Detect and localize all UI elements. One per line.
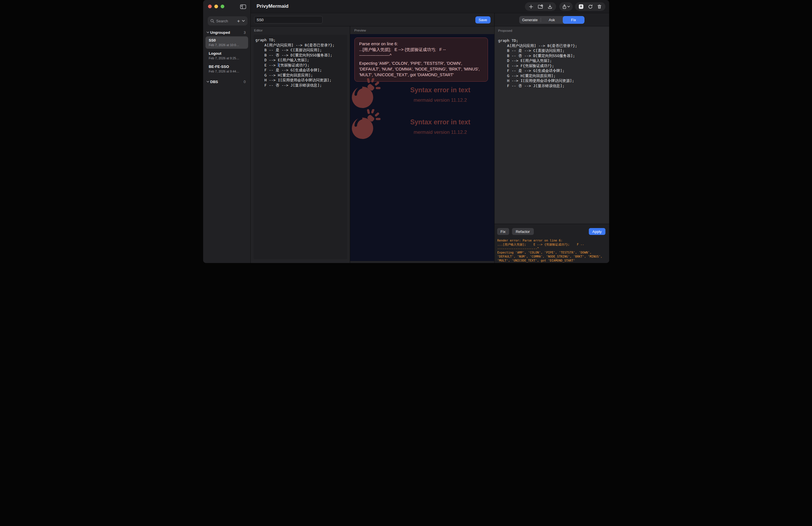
code-editor[interactable]: graph TD; A[用户访问应用] --> B{是否已登录?}; B -- … bbox=[253, 35, 347, 259]
sidebar-toggle-icon[interactable] bbox=[240, 4, 247, 10]
sidebar: + Ungrouped 3 SS0Feb 7, 2026 at 10:0…Log… bbox=[203, 0, 251, 263]
chevron-down-icon bbox=[567, 6, 570, 8]
document-bar: Save bbox=[251, 13, 494, 26]
trash-icon[interactable] bbox=[596, 4, 602, 9]
mode-segmented-control: Generate Ask Fix bbox=[519, 16, 584, 24]
preview-pane: Preview Parse error on line 6: ...[用户输入凭… bbox=[350, 26, 494, 263]
code-line: F -- 否 --> J[显示错误信息]; bbox=[256, 83, 345, 88]
apply-button[interactable]: Apply bbox=[589, 228, 606, 235]
code-line: F -- 是 --> G[生成会话令牌]; bbox=[498, 68, 608, 73]
sidebar-group-dbs[interactable]: DBS 0 bbox=[205, 78, 248, 86]
close-window-button[interactable] bbox=[208, 4, 212, 8]
code-line: H --> I[应用使用会话令牌访问资源]; bbox=[256, 78, 345, 83]
mermaid-version-text: mermaid version 11.12.2 bbox=[393, 130, 488, 135]
tab-generate[interactable]: Generate bbox=[519, 16, 541, 24]
list-item[interactable]: BE-FE-SSOFeb 7, 2026 at 9:44… bbox=[205, 63, 248, 75]
title-bar: PrivyMermaid bbox=[251, 0, 609, 13]
diagram-name-input[interactable] bbox=[254, 16, 323, 24]
code-line: G --> H[重定向回原应用]; bbox=[498, 73, 608, 78]
item-title: BE-FE-SSO bbox=[209, 64, 245, 69]
toolbar-group-actions bbox=[575, 2, 606, 11]
code-line: B -- 是 --> C[直接访问应用]; bbox=[256, 47, 345, 53]
refactor-button[interactable]: Refactor bbox=[512, 228, 534, 235]
sidebar-item-list: SS0Feb 7, 2026 at 10:0…LogoutFeb 7, 2026… bbox=[205, 36, 248, 75]
error-context: ...[用户输入凭据]; E --> {凭据验证成功?}; F -- bbox=[359, 47, 483, 53]
toolbar-group-share bbox=[559, 2, 573, 11]
list-item[interactable]: SS0Feb 7, 2026 at 10:0… bbox=[205, 36, 248, 49]
assistant-footer: Fix Refactor Apply Render error: Parse e… bbox=[494, 224, 609, 263]
code-line: graph TD; bbox=[256, 38, 345, 43]
bomb-icon bbox=[351, 78, 382, 109]
code-line: graph TD; bbox=[498, 38, 608, 43]
item-title: Logout bbox=[209, 51, 245, 56]
sidebar-list: Ungrouped 3 SS0Feb 7, 2026 at 10:0…Logou… bbox=[205, 29, 248, 86]
refresh-button[interactable] bbox=[588, 4, 593, 9]
search-input[interactable] bbox=[216, 19, 237, 23]
proposed-code: graph TD; A[用户访问应用] --> B{是否已登录?}; B -- … bbox=[498, 38, 608, 88]
render-error-line: Expecting 'AMP', 'COLON', 'PIPE', 'TESTS… bbox=[497, 250, 607, 254]
add-diagram-icon[interactable]: + bbox=[237, 19, 240, 24]
sidebar-group-ungrouped[interactable]: Ungrouped 3 bbox=[205, 29, 248, 36]
editor-pane: Editor graph TD; A[用户访问应用] --> B{是否已登录?}… bbox=[251, 26, 350, 263]
render-error-line: ----------------------^ bbox=[497, 246, 607, 250]
tab-ask[interactable]: Ask bbox=[541, 16, 563, 24]
render-error-text: Render error: Parse error on line 6:...[… bbox=[497, 238, 607, 262]
tab-fix[interactable]: Fix bbox=[563, 16, 584, 24]
syntax-error-title: Syntax error in text bbox=[393, 118, 488, 126]
chevron-down-icon bbox=[206, 31, 209, 33]
assistant-panel: Generate Ask Fix Proposed graph TD; A[用户… bbox=[494, 13, 609, 263]
item-date: Feb 7, 2026 at 9:44… bbox=[209, 70, 245, 73]
proposed-header: Proposed bbox=[498, 29, 512, 32]
item-date: Feb 7, 2026 at 9:25… bbox=[209, 56, 245, 60]
fix-button[interactable]: Fix bbox=[497, 228, 509, 235]
download-button[interactable] bbox=[547, 4, 553, 9]
app-window: + Ungrouped 3 SS0Feb 7, 2026 at 10:0…Log… bbox=[203, 0, 609, 263]
minimize-window-button[interactable] bbox=[214, 4, 218, 8]
search-field[interactable]: + bbox=[208, 16, 248, 26]
code-line: B -- 否 --> D[重定向到SSO服务器]; bbox=[498, 53, 608, 58]
bomb-icon bbox=[351, 109, 382, 140]
code-line: B -- 否 --> D[重定向到SSO服务器]; bbox=[256, 53, 345, 58]
code-line: E --> {凭据验证成功?}; bbox=[256, 63, 345, 68]
error-expecting: Expecting 'AMP', 'COLON', 'PIPE', 'TESTS… bbox=[359, 60, 483, 78]
share-button[interactable] bbox=[562, 4, 570, 9]
code-line: H --> I[应用使用会话令牌访问资源]; bbox=[498, 78, 608, 83]
assistant-header: Generate Ask Fix bbox=[494, 13, 609, 26]
assistant-body: Proposed graph TD; A[用户访问应用] --> B{是否已登录… bbox=[494, 26, 609, 263]
item-title: SS0 bbox=[209, 38, 245, 42]
add-button[interactable] bbox=[528, 4, 534, 9]
editor-header: Editor bbox=[254, 29, 263, 32]
render-error-line: 'DEFAULT', 'NUM', 'COMMA', 'NODE_STRING'… bbox=[497, 254, 607, 259]
zoom-window-button[interactable] bbox=[221, 4, 224, 8]
preview-canvas: Parse error on line 6: ...[用户输入凭据]; E --… bbox=[350, 34, 494, 261]
window-controls bbox=[208, 4, 224, 8]
parse-error-box: Parse error on line 6: ...[用户输入凭据]; E --… bbox=[354, 38, 488, 82]
toolbar-group-create bbox=[525, 2, 556, 11]
search-icon bbox=[210, 19, 214, 23]
group-count: 0 bbox=[244, 79, 247, 84]
code-line: F -- 否 --> J[显示错误信息]; bbox=[498, 83, 608, 89]
save-to-disk-button[interactable] bbox=[578, 4, 584, 9]
code-line: B -- 是 --> C[直接访问应用]; bbox=[498, 48, 608, 53]
code-line: A[用户访问应用] --> B{是否已登录?}; bbox=[498, 43, 608, 48]
code-line: G --> H[重定向回原应用]; bbox=[256, 73, 345, 78]
render-error-line: Render error: Parse error on line 6: bbox=[497, 238, 607, 243]
editor-code[interactable]: graph TD; A[用户访问应用] --> B{是否已登录?}; B -- … bbox=[256, 38, 345, 88]
preview-header: Preview bbox=[354, 29, 366, 32]
new-folder-button[interactable] bbox=[537, 4, 544, 9]
chevron-down-icon bbox=[206, 81, 209, 83]
app-title: PrivyMermaid bbox=[257, 3, 289, 9]
error-title: Parse error on line 6: bbox=[359, 41, 483, 47]
code-line: D --> E[用户输入凭据]; bbox=[498, 58, 608, 63]
save-button[interactable]: Save bbox=[475, 16, 491, 24]
code-line: F -- 是 --> G[生成会话令牌]; bbox=[256, 68, 345, 73]
group-count: 3 bbox=[244, 30, 247, 35]
code-line: E --> F{凭据验证成功?}; bbox=[498, 63, 608, 69]
render-error-line: ...[用户输入凭据]; E --> {凭据验证成功?}; F -- bbox=[497, 243, 607, 246]
group-label: Ungrouped bbox=[210, 30, 230, 35]
list-item[interactable]: LogoutFeb 7, 2026 at 9:25… bbox=[205, 49, 248, 62]
mermaid-version-text: mermaid version 11.12.2 bbox=[393, 98, 488, 103]
main-content: Editor graph TD; A[用户访问应用] --> B{是否已登录?}… bbox=[251, 26, 494, 263]
chevron-down-icon[interactable] bbox=[242, 20, 245, 22]
item-date: Feb 7, 2026 at 10:0… bbox=[209, 43, 245, 47]
